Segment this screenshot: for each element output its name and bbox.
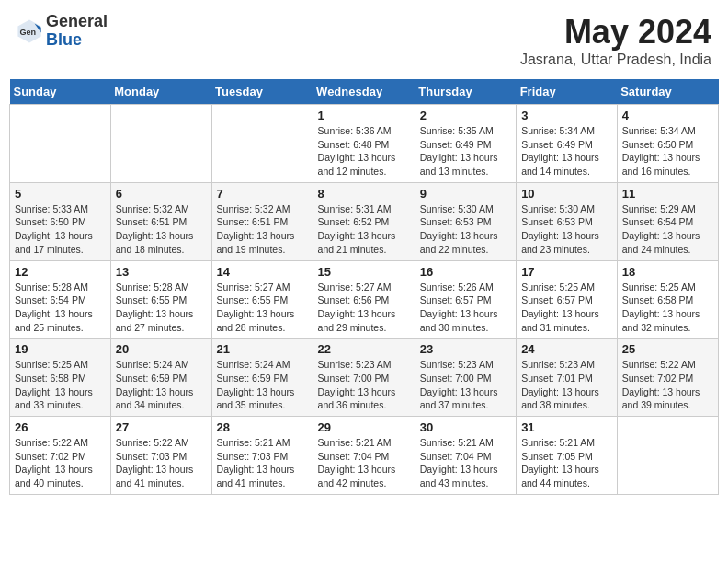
day-info: Sunrise: 5:23 AM Sunset: 7:00 PM Dayligh… — [318, 358, 410, 412]
day-cell: 4Sunrise: 5:34 AM Sunset: 6:50 PM Daylig… — [617, 105, 718, 183]
week-row-1: 1Sunrise: 5:36 AM Sunset: 6:48 PM Daylig… — [10, 105, 719, 183]
col-header-sunday: Sunday — [10, 79, 111, 105]
day-cell: 9Sunrise: 5:30 AM Sunset: 6:53 PM Daylig… — [415, 182, 516, 260]
day-cell: 26Sunrise: 5:22 AM Sunset: 7:02 PM Dayli… — [10, 417, 111, 495]
day-cell: 8Sunrise: 5:31 AM Sunset: 6:52 PM Daylig… — [313, 182, 415, 260]
day-number: 30 — [420, 420, 511, 434]
logo-text: General Blue — [46, 13, 108, 50]
day-cell: 20Sunrise: 5:24 AM Sunset: 6:59 PM Dayli… — [110, 339, 211, 417]
day-info: Sunrise: 5:26 AM Sunset: 6:57 PM Dayligh… — [420, 281, 511, 335]
day-number: 1 — [318, 109, 410, 122]
day-number: 20 — [116, 342, 207, 356]
logo: Gen General Blue — [17, 13, 108, 50]
day-cell: 22Sunrise: 5:23 AM Sunset: 7:00 PM Dayli… — [313, 339, 415, 417]
day-cell: 19Sunrise: 5:25 AM Sunset: 6:58 PM Dayli… — [10, 339, 111, 417]
day-cell: 12Sunrise: 5:28 AM Sunset: 6:54 PM Dayli… — [10, 260, 111, 339]
week-row-4: 19Sunrise: 5:25 AM Sunset: 6:58 PM Dayli… — [10, 339, 719, 417]
day-cell: 13Sunrise: 5:28 AM Sunset: 6:55 PM Dayli… — [110, 260, 211, 339]
day-number: 6 — [116, 187, 207, 201]
day-cell: 3Sunrise: 5:34 AM Sunset: 6:49 PM Daylig… — [517, 105, 618, 183]
day-info: Sunrise: 5:36 AM Sunset: 6:48 PM Dayligh… — [318, 124, 410, 178]
day-info: Sunrise: 5:23 AM Sunset: 7:01 PM Dayligh… — [521, 358, 612, 412]
week-row-3: 12Sunrise: 5:28 AM Sunset: 6:54 PM Dayli… — [10, 260, 719, 339]
day-cell: 15Sunrise: 5:27 AM Sunset: 6:56 PM Dayli… — [313, 260, 415, 339]
day-info: Sunrise: 5:25 AM Sunset: 6:58 PM Dayligh… — [15, 358, 106, 412]
day-number: 24 — [521, 342, 612, 356]
day-cell: 16Sunrise: 5:26 AM Sunset: 6:57 PM Dayli… — [415, 260, 516, 339]
day-number: 13 — [116, 265, 207, 279]
day-info: Sunrise: 5:28 AM Sunset: 6:55 PM Dayligh… — [116, 281, 207, 335]
day-info: Sunrise: 5:32 AM Sunset: 6:51 PM Dayligh… — [116, 202, 207, 257]
day-info: Sunrise: 5:21 AM Sunset: 7:04 PM Dayligh… — [420, 436, 511, 490]
day-number: 27 — [116, 420, 207, 434]
page-header: Gen General Blue May 2024 Jasrana, Uttar… — [9, 9, 719, 72]
day-info: Sunrise: 5:25 AM Sunset: 6:57 PM Dayligh… — [521, 281, 612, 335]
day-number: 3 — [521, 109, 612, 122]
day-cell: 6Sunrise: 5:32 AM Sunset: 6:51 PM Daylig… — [110, 182, 211, 260]
day-info: Sunrise: 5:28 AM Sunset: 6:54 PM Dayligh… — [15, 281, 106, 335]
day-number: 8 — [318, 187, 410, 201]
day-cell: 21Sunrise: 5:24 AM Sunset: 6:59 PM Dayli… — [211, 339, 313, 417]
day-number: 10 — [521, 187, 612, 201]
day-info: Sunrise: 5:22 AM Sunset: 7:03 PM Dayligh… — [116, 436, 207, 490]
day-number: 25 — [622, 342, 713, 356]
week-row-2: 5Sunrise: 5:33 AM Sunset: 6:50 PM Daylig… — [10, 182, 719, 260]
day-info: Sunrise: 5:30 AM Sunset: 6:53 PM Dayligh… — [420, 202, 511, 257]
day-info: Sunrise: 5:22 AM Sunset: 7:02 PM Dayligh… — [15, 436, 106, 490]
day-cell: 30Sunrise: 5:21 AM Sunset: 7:04 PM Dayli… — [415, 417, 516, 495]
day-info: Sunrise: 5:34 AM Sunset: 6:49 PM Dayligh… — [521, 124, 612, 178]
day-number: 31 — [521, 420, 612, 434]
day-cell: 5Sunrise: 5:33 AM Sunset: 6:50 PM Daylig… — [10, 182, 111, 260]
day-cell: 29Sunrise: 5:21 AM Sunset: 7:04 PM Dayli… — [313, 417, 415, 495]
day-info: Sunrise: 5:25 AM Sunset: 6:58 PM Dayligh… — [622, 281, 713, 335]
day-number: 26 — [15, 420, 106, 434]
day-number: 14 — [217, 265, 308, 279]
day-info: Sunrise: 5:27 AM Sunset: 6:55 PM Dayligh… — [217, 281, 308, 335]
day-cell: 18Sunrise: 5:25 AM Sunset: 6:58 PM Dayli… — [617, 260, 718, 339]
day-number: 16 — [420, 265, 511, 279]
day-cell: 2Sunrise: 5:35 AM Sunset: 6:49 PM Daylig… — [415, 105, 516, 183]
day-info: Sunrise: 5:29 AM Sunset: 6:54 PM Dayligh… — [622, 202, 713, 257]
day-info: Sunrise: 5:31 AM Sunset: 6:52 PM Dayligh… — [318, 202, 410, 257]
col-header-thursday: Thursday — [415, 79, 516, 105]
day-info: Sunrise: 5:23 AM Sunset: 7:00 PM Dayligh… — [420, 358, 511, 412]
day-cell — [211, 105, 313, 183]
svg-text:Gen: Gen — [20, 28, 37, 37]
day-info: Sunrise: 5:33 AM Sunset: 6:50 PM Dayligh… — [15, 202, 106, 257]
day-number: 18 — [622, 265, 713, 279]
day-number: 9 — [420, 187, 511, 201]
day-cell: 24Sunrise: 5:23 AM Sunset: 7:01 PM Dayli… — [517, 339, 618, 417]
day-info: Sunrise: 5:21 AM Sunset: 7:04 PM Dayligh… — [318, 436, 410, 490]
col-header-tuesday: Tuesday — [211, 79, 313, 105]
col-header-friday: Friday — [517, 79, 618, 105]
day-number: 11 — [622, 187, 713, 201]
day-cell: 11Sunrise: 5:29 AM Sunset: 6:54 PM Dayli… — [617, 182, 718, 260]
day-cell: 31Sunrise: 5:21 AM Sunset: 7:05 PM Dayli… — [517, 417, 618, 495]
day-info: Sunrise: 5:30 AM Sunset: 6:53 PM Dayligh… — [521, 202, 612, 257]
day-cell: 25Sunrise: 5:22 AM Sunset: 7:02 PM Dayli… — [617, 339, 718, 417]
location: Jasrana, Uttar Pradesh, India — [520, 52, 711, 68]
day-number: 4 — [622, 109, 713, 122]
title-block: May 2024 Jasrana, Uttar Pradesh, India — [520, 13, 711, 68]
day-info: Sunrise: 5:32 AM Sunset: 6:51 PM Dayligh… — [217, 202, 308, 257]
day-number: 2 — [420, 109, 511, 122]
day-info: Sunrise: 5:24 AM Sunset: 6:59 PM Dayligh… — [116, 358, 207, 412]
col-header-wednesday: Wednesday — [313, 79, 415, 105]
calendar-table: SundayMondayTuesdayWednesdayThursdayFrid… — [9, 79, 719, 495]
day-number: 21 — [217, 342, 308, 356]
week-row-5: 26Sunrise: 5:22 AM Sunset: 7:02 PM Dayli… — [10, 417, 719, 495]
day-cell — [110, 105, 211, 183]
col-header-saturday: Saturday — [617, 79, 718, 105]
day-number: 7 — [217, 187, 308, 201]
day-number: 17 — [521, 265, 612, 279]
logo-icon: Gen — [17, 18, 42, 44]
logo-blue: Blue — [46, 31, 108, 50]
day-cell: 10Sunrise: 5:30 AM Sunset: 6:53 PM Dayli… — [517, 182, 618, 260]
day-info: Sunrise: 5:22 AM Sunset: 7:02 PM Dayligh… — [622, 358, 713, 412]
col-header-monday: Monday — [110, 79, 211, 105]
day-cell: 28Sunrise: 5:21 AM Sunset: 7:03 PM Dayli… — [211, 417, 313, 495]
day-cell — [10, 105, 111, 183]
day-cell: 17Sunrise: 5:25 AM Sunset: 6:57 PM Dayli… — [517, 260, 618, 339]
day-number: 12 — [15, 265, 106, 279]
day-number: 29 — [318, 420, 410, 434]
